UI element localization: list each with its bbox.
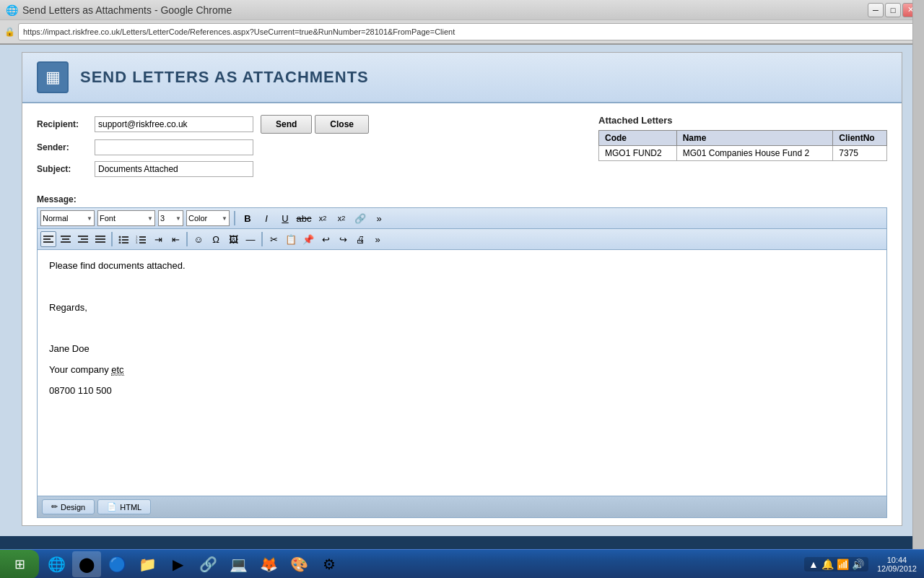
attached-letters-table: Code Name ClientNo MGO1 FUND2 MG01 Compa… (598, 130, 887, 161)
page-icon-symbol: ▦ (45, 68, 61, 87)
outdent-button[interactable]: ⇤ (167, 231, 183, 247)
svg-point-16 (119, 242, 121, 244)
col-name: Name (676, 131, 833, 146)
minimize-button[interactable]: ─ (868, 3, 884, 17)
taskbar-icon-media[interactable]: ▶ (163, 551, 192, 577)
page-title: SEND LETTERS AS ATTACHMENTS (80, 68, 369, 87)
font-select[interactable]: Font Arial Times New Roman Verdana (97, 210, 155, 226)
page-icon: ▦ (37, 61, 69, 93)
taskbar-icon-chrome[interactable]: ⬤ (72, 551, 101, 577)
taskbar-icon-misc[interactable]: ⚙ (315, 551, 344, 577)
svg-rect-7 (81, 238, 88, 240)
bold-button[interactable]: B (240, 210, 256, 226)
size-select-wrap: 3 1 2 4 5 (158, 210, 183, 226)
editor-content[interactable]: Please find documents attached. Regards,… (38, 250, 886, 496)
toolbar-row1: Normal Heading 1 Heading 2 Font Arial Ti… (38, 208, 886, 229)
svg-rect-2 (43, 241, 53, 243)
form-left: Recipient: Send Close Sender: Subject: (37, 115, 577, 183)
attached-letter-row: MGO1 FUND2 MG01 Companies House Fund 2 7… (599, 146, 887, 161)
design-tab[interactable]: ✏ Design (42, 499, 95, 514)
subject-row: Subject: (37, 161, 577, 177)
cut-button[interactable]: ✂ (266, 231, 282, 247)
svg-rect-19 (139, 236, 146, 238)
ordered-list-button[interactable]: 1.2.3. (133, 231, 149, 247)
svg-rect-6 (78, 236, 88, 237)
col-clientno: ClientNo (833, 131, 887, 146)
recipient-row: Recipient: Send Close (37, 115, 577, 134)
size-select[interactable]: 3 1 2 4 5 (158, 210, 183, 226)
sender-row: Sender: (37, 139, 577, 155)
align-left-button[interactable] (40, 231, 56, 247)
horizontal-rule-button[interactable]: — (243, 231, 258, 247)
toolbar-sep2 (111, 232, 113, 246)
taskbar-icon-vs[interactable]: 💻 (224, 551, 253, 577)
underline-button[interactable]: U (277, 210, 293, 226)
emoticon-button[interactable]: ☺ (191, 231, 206, 247)
special-char-button[interactable]: Ω (208, 231, 224, 247)
subscript-button[interactable]: x2 (334, 210, 349, 226)
editor-line2 (49, 280, 875, 295)
close-button[interactable]: Close (315, 115, 369, 134)
undo-button[interactable]: ↩ (318, 231, 334, 247)
unordered-list-button[interactable] (116, 231, 131, 247)
sender-input[interactable] (95, 139, 253, 155)
svg-text:3.: 3. (136, 241, 138, 243)
taskbar-icon-network[interactable]: 🔗 (193, 551, 222, 577)
company-etc: etc (111, 364, 123, 376)
indent-button[interactable]: ⇥ (150, 231, 166, 247)
redo-button[interactable]: ↪ (335, 231, 351, 247)
style-select[interactable]: Normal Heading 1 Heading 2 (40, 210, 95, 226)
svg-rect-15 (122, 239, 128, 241)
tray-volume-icon: 🔊 (852, 558, 864, 570)
superscript-button[interactable]: x2 (315, 210, 331, 226)
send-button[interactable]: Send (261, 115, 312, 134)
page-container: ▦ SEND LETTERS AS ATTACHMENTS Recipient:… (22, 52, 902, 526)
image-button[interactable]: 🖼 (225, 231, 241, 247)
scrollbar[interactable] (912, 0, 924, 549)
align-center-button[interactable] (58, 231, 74, 247)
svg-rect-9 (95, 236, 105, 237)
strikethrough-button[interactable]: abc (296, 210, 312, 226)
print-button[interactable]: 🖨 (352, 231, 368, 247)
col-code: Code (599, 131, 677, 146)
maximize-button[interactable]: □ (885, 3, 901, 17)
taskbar-icons: 🌐 ⬤ 🔵 📁 ▶ 🔗 💻 🦊 🎨 ⚙ (42, 551, 804, 577)
svg-rect-1 (43, 238, 51, 240)
svg-point-14 (119, 239, 121, 241)
paste-button[interactable]: 📌 (300, 231, 316, 247)
more-button[interactable]: » (371, 210, 387, 226)
url-input[interactable] (18, 23, 920, 40)
svg-rect-4 (62, 238, 69, 240)
taskbar-icon-ps[interactable]: 🎨 (284, 551, 313, 577)
page-header: ▦ SEND LETTERS AS ATTACHMENTS (22, 53, 902, 103)
lock-icon: 🔒 (4, 27, 15, 37)
html-tab-icon: 📄 (107, 502, 117, 512)
more2-button[interactable]: » (370, 231, 385, 247)
svg-rect-23 (139, 242, 146, 243)
hyperlink-button[interactable]: 🔗 (352, 210, 368, 226)
html-tab[interactable]: 📄 HTML (97, 499, 151, 514)
svg-rect-5 (61, 241, 71, 243)
window-controls: ─ □ ✕ (868, 3, 918, 17)
editor-container: Normal Heading 1 Heading 2 Font Arial Ti… (37, 207, 887, 518)
align-right-button[interactable] (75, 231, 91, 247)
taskbar-icon-ie[interactable]: 🌐 (42, 551, 71, 577)
form-action-buttons: Send Close (261, 115, 369, 134)
recipient-input[interactable] (95, 116, 253, 132)
taskbar-right: ▲ 🔔 📶 🔊 10:44 12/09/2012 (804, 556, 924, 573)
taskbar-icon-explorer[interactable]: 📁 (133, 551, 162, 577)
start-button[interactable]: ⊞ (0, 550, 39, 579)
editor-line5: Jane Doe (49, 342, 875, 357)
color-select[interactable]: Color Black Red Blue (186, 210, 230, 226)
taskbar-icon-ie2[interactable]: 🔵 (103, 551, 131, 577)
copy-button[interactable]: 📋 (283, 231, 299, 247)
svg-rect-3 (61, 236, 71, 237)
align-justify-button[interactable] (92, 231, 108, 247)
taskbar-icon-ff[interactable]: 🦊 (254, 551, 283, 577)
subject-input[interactable] (95, 161, 253, 177)
html-tab-label: HTML (120, 503, 141, 512)
italic-button[interactable]: I (258, 210, 274, 226)
address-bar: 🔒 (0, 20, 924, 43)
svg-rect-0 (43, 236, 53, 237)
toolbar-sep3 (186, 232, 188, 246)
